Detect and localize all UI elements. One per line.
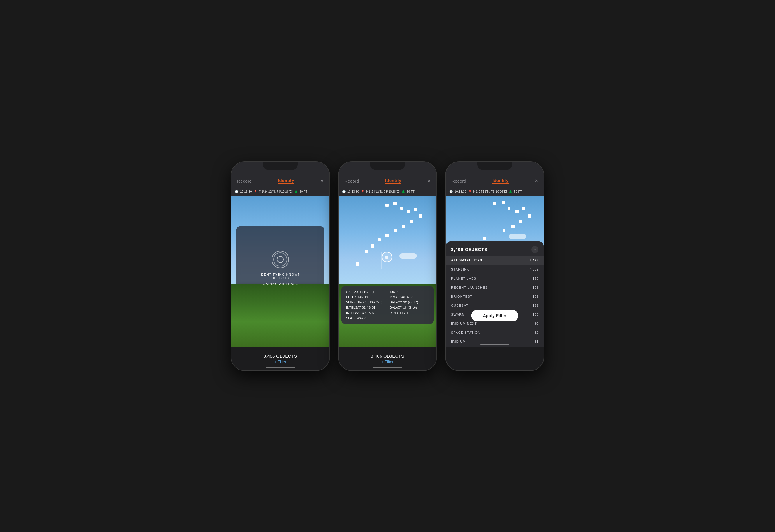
filter-row-9[interactable]: IRIDIUM 31 <box>446 337 544 346</box>
filter-count-5: 122 <box>533 304 539 307</box>
filter-close-button[interactable]: × <box>532 246 539 253</box>
filter-count-0: 8,425 <box>530 259 539 262</box>
camera-view-1: IDENTIFYING KNOWN OBJECTS LOADING AR LEN… <box>231 196 329 347</box>
phones-container: Record Identify × 🕐 10:13:30 📍 [41°24'12… <box>219 150 556 383</box>
time-3: 10:13:30 <box>455 190 467 193</box>
identify-tab-3[interactable]: Identify <box>493 178 509 184</box>
sat-dot <box>407 210 410 213</box>
info-bar-1: 🕐 10:13:30 📍 [41°24'12"N, 73°10'26"E] 🌲 … <box>231 188 329 196</box>
sat-dot <box>356 262 359 266</box>
sat-popup-2: GALAXY 19 (G-19) ECHOSTAR 19 SBIRS GEO-4… <box>341 286 434 324</box>
sat-dot <box>483 237 486 240</box>
filter-count-4: 169 <box>533 295 539 298</box>
filter-label-3: RECENT LAUNCHES <box>451 286 488 289</box>
bottom-bar-2: 8,406 OBJECTS + Filter <box>338 347 437 370</box>
target-circle-1 <box>271 251 289 268</box>
filter-label-6: SWARM <box>451 313 465 316</box>
info-bar-3: 🕐 10:13:30 📍 [41°24'12"N, 73°10'26"E] 🌲 … <box>446 188 544 196</box>
altitude-2: 59 FT <box>407 190 415 193</box>
sat-dot <box>402 225 405 228</box>
identifying-text-1: IDENTIFYING KNOWN OBJECTS <box>256 273 305 280</box>
sat-dot <box>385 204 389 207</box>
filter-link-1[interactable]: + Filter <box>274 360 286 364</box>
home-indicator-1 <box>266 367 295 368</box>
sat-dot <box>371 244 374 248</box>
notch-3 <box>477 162 512 170</box>
ground-1 <box>231 284 329 347</box>
filter-label-7: IRIDIUM NEXT <box>451 322 477 325</box>
filter-row-5[interactable]: CUBESAT 122 <box>446 301 544 310</box>
crosshair-2[interactable] <box>382 252 392 262</box>
cloud-2 <box>400 253 417 259</box>
filter-label-9: IRIDIUM <box>451 340 466 343</box>
objects-count-2: 8,406 OBJECTS <box>371 354 405 358</box>
sat-name-r0: TJS-7 <box>390 290 418 294</box>
identifying-overlay: IDENTIFYING KNOWN OBJECTS LOADING AR LEN… <box>256 251 305 286</box>
crosshair-line-2 <box>381 252 382 269</box>
sat-dot <box>502 201 505 204</box>
filter-count-8: 32 <box>535 331 539 334</box>
filter-count-2: 175 <box>533 277 539 280</box>
sat-dot <box>365 250 368 253</box>
filter-row-4[interactable]: BRIGHTEST 169 <box>446 292 544 301</box>
phone-3: Record Identify × 🕐 10:13:30 📍 [41°24'12… <box>445 161 544 371</box>
sat-name-r3: GALAXY 16 (G-16) <box>390 306 418 309</box>
identify-tab-1[interactable]: Identify <box>278 178 294 184</box>
tree-icon-3: 🌲 <box>509 190 512 193</box>
filter-title: 8,406 OBJECTS <box>451 247 488 252</box>
filter-count-1: 4,609 <box>530 268 539 271</box>
filter-row-0[interactable]: ALL SATELLITES 8,425 <box>446 256 544 265</box>
filter-row-8[interactable]: SPACE STATION 32 <box>446 328 544 337</box>
filter-panel: 8,406 OBJECTS × ALL SATELLITES 8,425 STA… <box>446 241 544 347</box>
sat-dot <box>503 229 506 232</box>
sat-col-left: GALAXY 19 (G-19) ECHOSTAR 19 SBIRS GEO-4… <box>346 290 382 320</box>
filter-label-4: BRIGHTEST <box>451 295 473 298</box>
crosshair-inner-2 <box>385 256 389 259</box>
clock-icon-1: 🕐 <box>235 190 238 193</box>
record-tab-2[interactable]: Record <box>344 178 359 183</box>
sat-name-r1: INMARSAT 4-F3 <box>390 295 418 299</box>
home-indicator-3 <box>480 344 509 345</box>
objects-count-1: 8,406 OBJECTS <box>264 354 297 358</box>
sky-bg-2 <box>338 196 437 287</box>
close-button-3[interactable]: × <box>535 178 538 184</box>
sat-dot <box>528 214 531 218</box>
camera-view-2: GALAXY 19 (G-19) ECHOSTAR 19 SBIRS GEO-4… <box>338 196 437 347</box>
sat-name-5: SPACEWAY 3 <box>346 316 382 320</box>
sat-dot <box>516 210 519 213</box>
apply-filter-button[interactable]: Apply Filter <box>472 310 518 321</box>
identify-tab-2[interactable]: Identify <box>385 178 402 184</box>
filter-row-1[interactable]: STARLINK 4,609 <box>446 265 544 274</box>
camera-view-3: 8,406 OBJECTS × ALL SATELLITES 8,425 STA… <box>446 196 544 347</box>
filter-link-2[interactable]: + Filter <box>381 360 394 364</box>
sat-dot <box>385 234 389 237</box>
filter-label-0: ALL SATELLITES <box>451 259 482 262</box>
tree-icon-2: 🌲 <box>402 190 405 193</box>
close-button-1[interactable]: × <box>320 178 323 184</box>
pin-icon-2: 📍 <box>361 190 364 193</box>
sat-dot <box>414 208 417 211</box>
sat-name-4: INTELSAT 30 (IS-30) <box>346 311 382 314</box>
record-tab-3[interactable]: Record <box>452 178 466 183</box>
cloud-3 <box>509 234 526 239</box>
altitude-3: 59 FT <box>514 190 522 193</box>
close-button-2[interactable]: × <box>428 178 431 184</box>
notch-2 <box>370 162 405 170</box>
location-1: [41°24'12"N, 73°10'26"E] <box>259 190 292 193</box>
sat-dot <box>519 220 522 223</box>
sat-name-0: GALAXY 19 (G-19) <box>346 290 382 294</box>
sat-name-r4: DIRECTTV 11 <box>390 311 418 314</box>
pin-icon-3: 📍 <box>468 190 472 193</box>
sat-dot <box>493 202 496 205</box>
clock-icon-2: 🕐 <box>342 190 345 193</box>
filter-count-9: 31 <box>535 340 539 343</box>
sat-dot <box>511 225 515 228</box>
sat-name-1: ECHOSTAR 19 <box>346 295 382 299</box>
target-inner-1 <box>277 256 284 263</box>
record-tab-1[interactable]: Record <box>237 178 252 183</box>
home-indicator-2 <box>373 367 402 368</box>
sat-dot <box>395 229 398 232</box>
filter-row-3[interactable]: RECENT LAUNCHES 169 <box>446 283 544 292</box>
filter-label-8: SPACE STATION <box>451 331 481 334</box>
filter-row-2[interactable]: PLANET LABS 175 <box>446 274 544 283</box>
